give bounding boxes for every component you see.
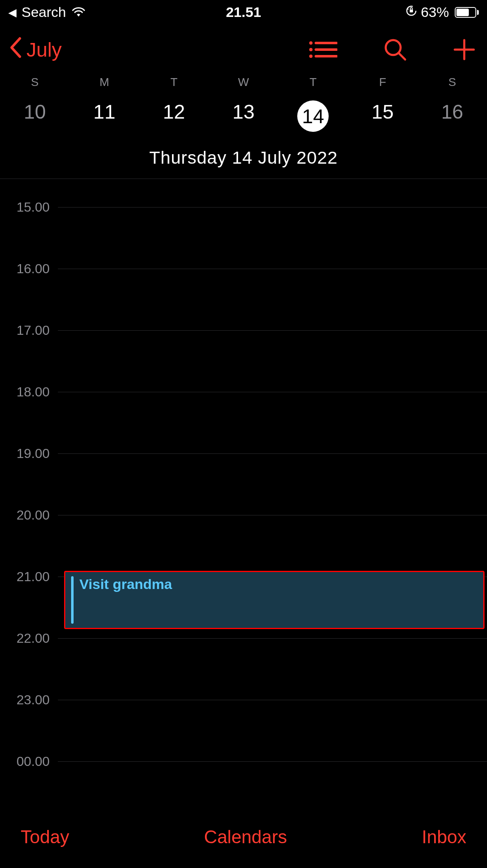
back-app-triangle-icon[interactable]: ◀ [8, 7, 17, 18]
hour-row: 17.00 [0, 323, 487, 338]
event-color-bar [71, 576, 74, 624]
day-number[interactable]: 13 [232, 100, 254, 123]
day-letter: F [379, 76, 386, 89]
battery-icon [452, 7, 479, 18]
hour-row: 23.00 [0, 692, 487, 708]
wifi-icon [71, 7, 86, 18]
day-letter: W [238, 76, 249, 89]
svg-point-2 [309, 41, 313, 45]
day-column[interactable]: T14 [278, 76, 348, 132]
back-app-label[interactable]: Search [21, 4, 66, 20]
list-view-icon[interactable] [308, 39, 337, 60]
svg-point-3 [309, 48, 313, 51]
hour-row: 16.00 [0, 261, 487, 277]
hour-label: 16.00 [0, 261, 58, 277]
month-label: July [26, 38, 62, 61]
day-letter: M [100, 76, 109, 89]
hour-label: 18.00 [0, 384, 58, 400]
day-timeline[interactable]: 15.0016.0017.0018.0019.0020.0021.0022.00… [0, 200, 487, 832]
inbox-button[interactable]: Inbox [422, 827, 466, 847]
calendar-event[interactable]: Visit grandma [64, 571, 485, 629]
day-column[interactable]: S10 [0, 76, 69, 132]
hour-label: 22.00 [0, 631, 58, 646]
full-date-label: Thursday 14 July 2022 [0, 140, 487, 179]
day-letter: S [449, 76, 456, 89]
hour-label: 17.00 [0, 323, 58, 338]
hour-row: 18.00 [0, 384, 487, 400]
hour-line [58, 207, 487, 207]
hour-line [58, 761, 487, 762]
nav-bar: July [0, 24, 487, 72]
orientation-lock-icon [405, 4, 418, 20]
day-number[interactable]: 10 [24, 100, 45, 123]
hour-row: 20.00 [0, 508, 487, 523]
hour-label: 15.00 [0, 200, 58, 215]
day-letter: T [170, 76, 177, 89]
day-letter: T [310, 76, 317, 89]
add-event-icon[interactable] [453, 38, 475, 61]
hour-line [58, 269, 487, 269]
day-number[interactable]: 14 [297, 100, 329, 132]
hour-label: 23.00 [0, 692, 58, 708]
bottom-toolbar: Today Calendars Inbox [0, 813, 487, 868]
hour-label: 19.00 [0, 446, 58, 461]
hour-row: 15.00 [0, 200, 487, 215]
day-number[interactable]: 16 [441, 100, 463, 123]
hour-line [58, 515, 487, 515]
day-number[interactable]: 15 [372, 100, 394, 123]
day-column[interactable]: F15 [348, 76, 417, 132]
back-to-month-button[interactable]: July [7, 36, 62, 63]
day-letter: S [31, 76, 39, 89]
status-bar-right: 63% [405, 4, 479, 20]
svg-point-4 [309, 55, 313, 58]
hour-row: 00.00 [0, 754, 487, 769]
hour-label: 20.00 [0, 508, 58, 523]
status-bar: ◀ Search 21.51 63% [0, 0, 487, 24]
search-icon[interactable] [383, 37, 408, 62]
hour-row: 22.00 [0, 631, 487, 646]
day-column[interactable]: T12 [139, 76, 209, 132]
week-row: S10M11T12W13T14F15S16 [0, 72, 487, 140]
event-title: Visit grandma [79, 576, 172, 592]
battery-percent-label: 63% [421, 4, 449, 20]
hour-label: 00.00 [0, 754, 58, 769]
hour-line [58, 453, 487, 454]
day-number[interactable]: 12 [163, 100, 185, 123]
day-column[interactable]: M11 [69, 76, 139, 132]
today-button[interactable]: Today [21, 827, 69, 847]
status-bar-left: ◀ Search [8, 4, 86, 20]
chevron-left-icon [7, 36, 24, 63]
day-number[interactable]: 11 [93, 100, 115, 123]
hour-row: 19.00 [0, 446, 487, 461]
hour-line [58, 392, 487, 392]
hour-line [58, 638, 487, 639]
status-bar-time: 21.51 [226, 4, 261, 20]
hour-line [58, 330, 487, 331]
calendars-button[interactable]: Calendars [204, 827, 287, 847]
day-column[interactable]: W13 [209, 76, 278, 132]
divider [0, 179, 487, 179]
svg-rect-1 [410, 10, 413, 12]
hour-label: 21.00 [0, 569, 58, 584]
hour-line [58, 700, 487, 700]
svg-line-9 [399, 53, 405, 60]
day-column[interactable]: S16 [418, 76, 487, 132]
